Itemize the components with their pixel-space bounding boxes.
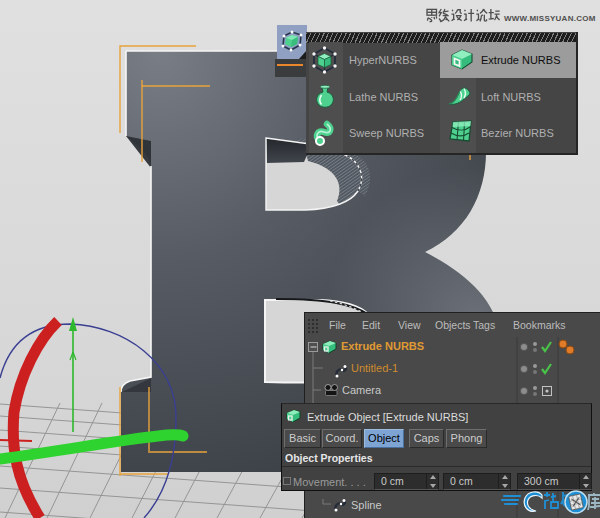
- svg-text:WWW.MISSYUAN.COM: WWW.MISSYUAN.COM: [504, 14, 596, 23]
